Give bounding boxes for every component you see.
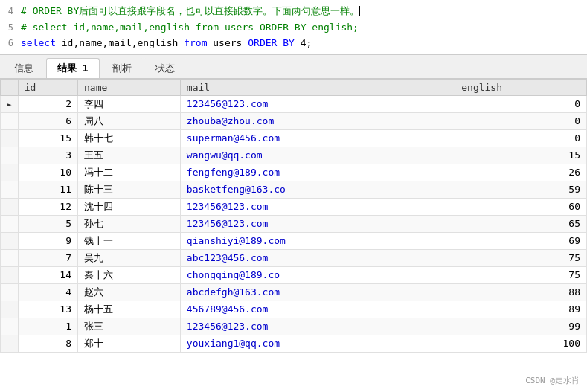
cell-english: 26	[455, 164, 587, 181]
cell-name: 郑十	[78, 335, 181, 352]
code-editor: 4# ORDER BY后面可以直接跟字段名，也可以直接跟数字。下面两句意思一样。…	[0, 0, 587, 55]
cell-id: 4	[18, 283, 77, 301]
cell-mail: 123456@123.com	[180, 215, 455, 232]
row-indicator	[1, 181, 19, 198]
cell-name: 钱十一	[78, 232, 181, 249]
result-area: idnamemailenglish ►2李四123456@123.com06周八…	[0, 79, 587, 393]
cell-mail: basketfeng@163.co	[180, 181, 455, 198]
cell-mail: 123456@123.com	[180, 198, 455, 215]
cell-name: 赵六	[78, 283, 181, 301]
cell-name: 张三	[78, 318, 181, 335]
table-row: 14秦十六chongqing@189.co75	[1, 266, 587, 283]
cell-name: 李四	[78, 95, 181, 112]
line-content: # select id,name,mail,english from users…	[21, 20, 587, 35]
result-table: idnamemailenglish ►2李四123456@123.com06周八…	[0, 79, 587, 353]
row-indicator	[1, 301, 19, 318]
table-row: 6周八zhouba@zhou.com0	[1, 112, 587, 129]
code-line: 5# select id,name,mail,english from user…	[0, 19, 587, 36]
cell-id: 1	[18, 318, 77, 335]
cell-name: 秦十六	[78, 266, 181, 283]
cell-id: 11	[18, 181, 77, 198]
row-indicator	[1, 335, 19, 352]
cell-mail: superman@456.com	[180, 129, 455, 147]
cell-name: 陈十三	[78, 181, 181, 198]
table-row: 9钱十一qianshiyi@189.com69	[1, 232, 587, 249]
cell-id: 7	[18, 249, 77, 266]
row-indicator	[1, 232, 19, 249]
row-indicator	[1, 198, 19, 215]
table-row: 8郑十youxiang1@qq.com100	[1, 335, 587, 352]
table-row: 13杨十五456789@456.com89	[1, 301, 587, 318]
cell-english: 88	[455, 283, 587, 301]
cell-mail: wangwu@qq.com	[180, 147, 455, 164]
cell-name: 周八	[78, 112, 181, 129]
tab-剖析[interactable]: 剖析	[101, 58, 143, 78]
cell-english: 65	[455, 215, 587, 232]
cell-name: 韩十七	[78, 129, 181, 147]
cell-name: 王五	[78, 147, 181, 164]
row-indicator: ►	[1, 95, 19, 112]
tabs-bar: 信息结果 1剖析状态	[0, 55, 587, 79]
cell-mail: chongqing@189.co	[180, 266, 455, 283]
cell-mail: 123456@123.com	[180, 318, 455, 335]
table-row: 15韩十七superman@456.com0	[1, 129, 587, 147]
col-header-english: english	[455, 79, 587, 95]
table-row: 4赵六abcdefgh@163.com88	[1, 283, 587, 301]
row-indicator	[1, 283, 19, 301]
cell-id: 5	[18, 215, 77, 232]
row-indicator	[1, 129, 19, 147]
cell-name: 吴九	[78, 249, 181, 266]
row-indicator	[1, 318, 19, 335]
table-row: 5孙七123456@123.com65	[1, 215, 587, 232]
row-indicator	[1, 249, 19, 266]
cell-id: 10	[18, 164, 77, 181]
cell-name: 杨十五	[78, 301, 181, 318]
cell-id: 2	[18, 95, 77, 112]
cell-english: 69	[455, 232, 587, 249]
row-indicator	[1, 215, 19, 232]
cell-english: 75	[455, 266, 587, 283]
cell-mail: youxiang1@qq.com	[180, 335, 455, 352]
tab-结果-1[interactable]: 结果 1	[46, 58, 100, 78]
col-header-name: name	[78, 79, 181, 95]
cell-mail: zhouba@zhou.com	[180, 112, 455, 129]
line-number: 6	[0, 36, 21, 50]
table-row: 3王五wangwu@qq.com15	[1, 147, 587, 164]
cell-mail: fengfeng@189.com	[180, 164, 455, 181]
cell-english: 15	[455, 147, 587, 164]
cell-id: 9	[18, 232, 77, 249]
cell-mail: abc123@456.com	[180, 249, 455, 266]
table-row: 12沈十四123456@123.com60	[1, 198, 587, 215]
cell-english: 100	[455, 335, 587, 352]
row-indicator	[1, 164, 19, 181]
main-container: 4# ORDER BY后面可以直接跟字段名，也可以直接跟数字。下面两句意思一样。…	[0, 0, 587, 392]
cell-mail: 456789@456.com	[180, 301, 455, 318]
cell-english: 75	[455, 249, 587, 266]
row-indicator	[1, 266, 19, 283]
watermark: CSDN @走水肖	[525, 375, 580, 386]
cell-name: 冯十二	[78, 164, 181, 181]
cell-english: 0	[455, 95, 587, 112]
line-number: 4	[0, 4, 21, 18]
col-header-id: id	[18, 79, 77, 95]
cell-english: 0	[455, 112, 587, 129]
table-row: ►2李四123456@123.com0	[1, 95, 587, 112]
cell-name: 沈十四	[78, 198, 181, 215]
row-indicator	[1, 112, 19, 129]
cell-english: 0	[455, 129, 587, 147]
tab-状态[interactable]: 状态	[144, 58, 186, 78]
tab-信息[interactable]: 信息	[3, 58, 45, 78]
code-line: 4# ORDER BY后面可以直接跟字段名，也可以直接跟数字。下面两句意思一样。	[0, 3, 587, 19]
cell-id: 15	[18, 129, 77, 147]
col-header-mail: mail	[180, 79, 455, 95]
line-content: select id,name,mail,english from users O…	[21, 36, 587, 51]
line-content: # ORDER BY后面可以直接跟字段名，也可以直接跟数字。下面两句意思一样。	[21, 4, 587, 19]
cell-name: 孙七	[78, 215, 181, 232]
cell-id: 8	[18, 335, 77, 352]
row-indicator	[1, 147, 19, 164]
cell-mail: qianshiyi@189.com	[180, 232, 455, 249]
row-arrow-icon: ►	[7, 100, 12, 109]
cell-id: 6	[18, 112, 77, 129]
code-line: 6select id,name,mail,english from users …	[0, 35, 587, 51]
table-row: 7吴九abc123@456.com75	[1, 249, 587, 266]
